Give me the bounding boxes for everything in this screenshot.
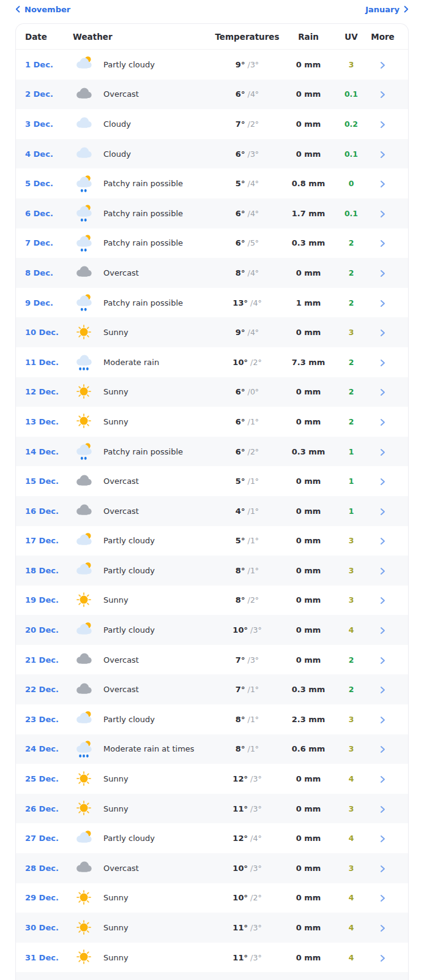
uv-value: 3 (336, 864, 366, 873)
table-body: 1 Dec. Partly cloudy 9° /3° 0 mm 3 2 Dec… (16, 50, 408, 972)
overcast-icon (73, 679, 95, 700)
more-button[interactable] (366, 328, 399, 337)
chevron-right-icon (380, 119, 385, 129)
more-button[interactable] (366, 477, 399, 486)
rain-value: 0 mm (281, 89, 336, 99)
more-button[interactable] (366, 625, 399, 635)
chevron-right-icon (380, 923, 385, 932)
date-link[interactable]: 17 Dec. (25, 536, 73, 545)
temperatures-value: 8° /2° (214, 595, 281, 605)
temperatures-value: 8° /1° (214, 715, 281, 724)
more-button[interactable] (366, 149, 399, 159)
date-link[interactable]: 25 Dec. (25, 774, 73, 783)
table-row: 30 Dec. Sunny 11° /3° 0 mm 4 (16, 913, 408, 943)
date-link[interactable]: 24 Dec. (25, 744, 73, 753)
date-link[interactable]: 22 Dec. (25, 685, 73, 694)
rain-value: 0 mm (281, 268, 336, 277)
table-row: 26 Dec. Sunny 11° /3° 0 mm 3 (16, 794, 408, 824)
date-link[interactable]: 2 Dec. (25, 89, 73, 99)
date-link[interactable]: 18 Dec. (25, 566, 73, 575)
month-nav: November January (15, 2, 409, 16)
more-button[interactable] (366, 923, 399, 932)
date-link[interactable]: 16 Dec. (25, 507, 73, 516)
date-link[interactable]: 15 Dec. (25, 477, 73, 486)
more-button[interactable] (366, 655, 399, 665)
condition-label: Sunny (103, 953, 128, 962)
date-link[interactable]: 8 Dec. (25, 268, 73, 277)
table-row: 4 Dec. Cloudy 6° /3° 0 mm 0.1 (16, 139, 408, 169)
date-link[interactable]: 14 Dec. (25, 447, 73, 456)
table-row: 20 Dec. Partly cloudy 10° /3° 0 mm 4 (16, 615, 408, 645)
date-link[interactable]: 11 Dec. (25, 358, 73, 367)
more-button[interactable] (366, 685, 399, 694)
chevron-right-icon (380, 864, 385, 873)
date-link[interactable]: 12 Dec. (25, 387, 73, 396)
more-button[interactable] (366, 566, 399, 575)
table-row: 16 Dec. Overcast 4° /1° 0 mm 1 (16, 496, 408, 526)
date-link[interactable]: 4 Dec. (25, 149, 73, 159)
date-link[interactable]: 6 Dec. (25, 209, 73, 218)
date-link[interactable]: 23 Dec. (25, 715, 73, 724)
more-button[interactable] (366, 298, 399, 307)
more-button[interactable] (366, 774, 399, 783)
condition-label: Patchy rain possible (103, 447, 183, 456)
date-link[interactable]: 5 Dec. (25, 179, 73, 188)
table-row: 24 Dec. Moderate rain at times 8° /1° 0.… (16, 734, 408, 764)
sunny-icon (73, 918, 95, 938)
more-button[interactable] (366, 953, 399, 962)
more-button[interactable] (366, 893, 399, 902)
more-button[interactable] (366, 507, 399, 516)
more-button[interactable] (366, 119, 399, 129)
more-button[interactable] (366, 447, 399, 456)
more-button[interactable] (366, 744, 399, 753)
weather-cell: Sunny (73, 888, 214, 908)
more-button[interactable] (366, 417, 399, 426)
more-button[interactable] (366, 715, 399, 724)
date-link[interactable]: 31 Dec. (25, 953, 73, 962)
date-link[interactable]: 28 Dec. (25, 864, 73, 873)
more-button[interactable] (366, 804, 399, 813)
date-link[interactable]: 13 Dec. (25, 417, 73, 426)
weather-cell: Moderate rain (73, 352, 214, 372)
more-button[interactable] (366, 238, 399, 247)
date-link[interactable]: 19 Dec. (25, 595, 73, 605)
chevron-right-icon (380, 953, 385, 962)
more-button[interactable] (366, 387, 399, 396)
date-link[interactable]: 3 Dec. (25, 119, 73, 129)
more-button[interactable] (366, 358, 399, 367)
prev-month-link[interactable]: November (15, 5, 70, 14)
more-button[interactable] (366, 864, 399, 873)
condition-label: Patchy rain possible (103, 298, 183, 307)
more-button[interactable] (366, 536, 399, 545)
table-row: 15 Dec. Overcast 5° /1° 0 mm 1 (16, 466, 408, 496)
date-link[interactable]: 27 Dec. (25, 834, 73, 843)
more-button[interactable] (366, 834, 399, 843)
more-button[interactable] (366, 60, 399, 69)
more-button[interactable] (366, 268, 399, 277)
date-link[interactable]: 9 Dec. (25, 298, 73, 307)
date-link[interactable]: 26 Dec. (25, 804, 73, 813)
uv-value: 3 (336, 328, 366, 337)
date-link[interactable]: 21 Dec. (25, 655, 73, 665)
weather-cell: Sunny (73, 918, 214, 938)
partly-cloudy-icon (73, 709, 95, 729)
sunny-icon (73, 590, 95, 611)
date-link[interactable]: 1 Dec. (25, 60, 73, 69)
date-link[interactable]: 7 Dec. (25, 238, 73, 247)
date-link[interactable]: 29 Dec. (25, 893, 73, 902)
more-button[interactable] (366, 179, 399, 188)
more-button[interactable] (366, 595, 399, 605)
chevron-right-icon (380, 358, 385, 367)
date-link[interactable]: 10 Dec. (25, 328, 73, 337)
weather-cell: Patchy rain possible (73, 233, 214, 254)
condition-label: Sunny (103, 387, 128, 396)
table-row: 29 Dec. Sunny 10° /2° 0 mm 4 (16, 883, 408, 913)
sunny-icon (73, 382, 95, 402)
more-button[interactable] (366, 209, 399, 218)
prev-month-label: November (24, 5, 70, 14)
rain-value: 0 mm (281, 595, 336, 605)
date-link[interactable]: 20 Dec. (25, 625, 73, 635)
more-button[interactable] (366, 89, 399, 99)
date-link[interactable]: 30 Dec. (25, 923, 73, 932)
next-month-link[interactable]: January (365, 5, 409, 14)
